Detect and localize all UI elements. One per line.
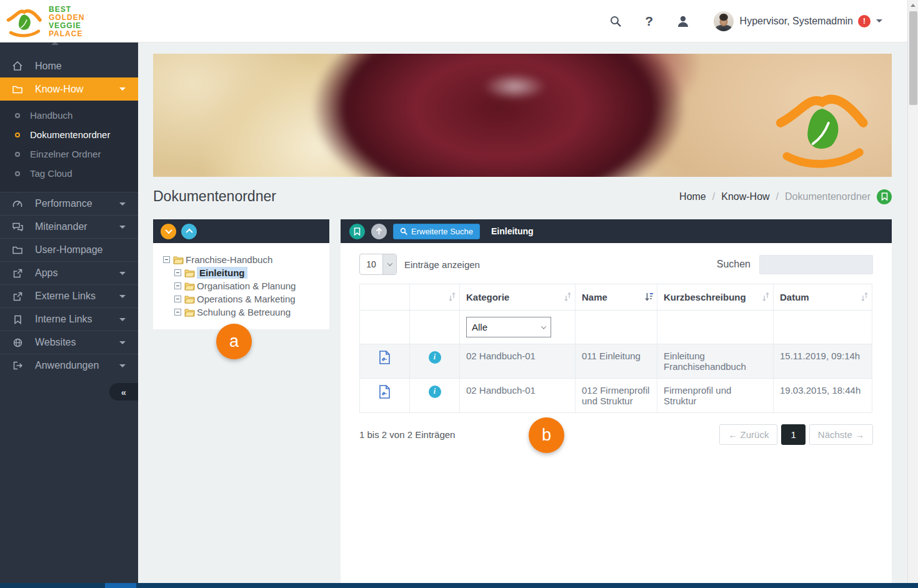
chevron-down-icon: [382, 254, 396, 274]
expand-all-button[interactable]: [181, 224, 197, 239]
scrollbar-up-button[interactable]: [908, 0, 918, 11]
column-kurzbeschreibung[interactable]: Kurzbeschreibung: [657, 284, 774, 311]
tree-node-organisation-planung[interactable]: Organisation & Planung: [174, 279, 323, 292]
sidebar-item-home[interactable]: Home: [0, 54, 138, 77]
banner-pagoda-leaf-logo: [775, 80, 870, 172]
kategorie-filter-value: Alle: [472, 322, 487, 332]
sidebar-item-user-hompage[interactable]: User-Hompage: [0, 238, 138, 261]
sidebar-item-label: Interne Links: [35, 314, 92, 325]
cell-name: 012 Firmenprofil und Struktur: [576, 379, 657, 413]
pdf-file-icon[interactable]: [379, 351, 391, 364]
table-row[interactable]: i 02 Handbuch-01 011 Einleitung Einleitu…: [360, 344, 872, 379]
column-name[interactable]: Name: [576, 284, 657, 311]
tree-node-root[interactable]: Franchise-Handbuch: [163, 253, 323, 266]
brand-line: VEGGIE: [49, 22, 84, 30]
sidebar-item-anwendungen[interactable]: Anwendungen: [0, 354, 138, 377]
vertical-scrollbar[interactable]: [907, 0, 918, 583]
sort-icon[interactable]: [564, 292, 571, 303]
next-page-button[interactable]: Nächste →: [809, 424, 873, 445]
table-row[interactable]: i 02 Handbuch-01 012 Firmenprofil und St…: [360, 379, 872, 413]
sidebar-item-websites[interactable]: Websites: [0, 331, 138, 354]
scrollbar-thumb[interactable]: [909, 11, 917, 105]
folder-up-button[interactable]: [371, 224, 387, 239]
breadcrumb-home[interactable]: Home: [679, 191, 706, 202]
sidebar-item-handbuch[interactable]: Handbuch: [0, 106, 138, 125]
user-avatar[interactable]: [714, 11, 734, 31]
collapse-node-icon[interactable]: [174, 296, 181, 302]
chevron-down-icon: [541, 324, 546, 329]
notification-badge[interactable]: !: [858, 15, 871, 27]
column-info[interactable]: [410, 284, 460, 311]
sidebar-item-tag-cloud[interactable]: Tag Cloud: [0, 164, 138, 183]
advanced-search-label: Erweiterte Suche: [411, 227, 473, 236]
page-length-select[interactable]: 10: [359, 254, 397, 275]
sidebar-item-interne-links[interactable]: Interne Links: [0, 307, 138, 331]
collapse-all-button[interactable]: [161, 224, 176, 239]
pdf-file-icon[interactable]: [379, 385, 391, 399]
sidebar-item-performance[interactable]: Performance: [0, 192, 138, 215]
folder-icon: [0, 246, 35, 254]
sidebar-item-apps[interactable]: Apps: [0, 261, 138, 284]
collapse-node-icon[interactable]: [174, 282, 181, 289]
collapse-node-icon[interactable]: [174, 309, 181, 316]
user-directory-icon[interactable]: [666, 9, 700, 34]
open-folder-icon: [184, 269, 195, 277]
collapse-node-icon[interactable]: [163, 256, 170, 263]
previous-page-button[interactable]: ← Zurück: [719, 424, 777, 445]
bookmark-folder-button[interactable]: [349, 224, 365, 239]
sort-icon[interactable]: [861, 292, 868, 303]
chevron-down-icon: [119, 341, 126, 344]
sidebar-item-label: User-Hompage: [35, 244, 102, 256]
user-menu-caret-icon[interactable]: [876, 19, 882, 22]
info-icon[interactable]: i: [429, 386, 441, 398]
sidebar-item-know-how[interactable]: Know-How: [0, 77, 138, 101]
bottom-bar-segment: [0, 583, 105, 588]
tree-node-label: Franchise-Handbuch: [186, 254, 272, 265]
help-icon[interactable]: ?: [632, 9, 666, 34]
sidebar-item-dokumentenordner[interactable]: Dokumentenordner: [0, 125, 138, 144]
tree-node-einleitung[interactable]: Einleitung: [174, 266, 323, 279]
tree-node-schulung-betreuung[interactable]: Schulung & Betreuung: [174, 306, 323, 319]
sort-icon[interactable]: [449, 292, 456, 303]
sidebar-item-label: Home: [35, 61, 62, 72]
open-folder-icon: [184, 295, 195, 304]
search-icon[interactable]: [599, 9, 632, 34]
column-kategorie[interactable]: Kategorie: [460, 284, 576, 311]
current-folder-title: Einleitung: [491, 226, 534, 236]
advanced-search-button[interactable]: Erweiterte Suche: [393, 224, 480, 239]
chevron-down-icon: [119, 272, 126, 275]
tree-node-label: Schulung & Betreuung: [197, 307, 291, 317]
sidebar-item-externe-links[interactable]: Externe Links: [0, 284, 138, 307]
page-number-button[interactable]: 1: [781, 424, 805, 445]
kategorie-filter-select[interactable]: Alle: [466, 317, 551, 337]
sidebar-item-miteinander[interactable]: Miteinander: [0, 215, 138, 238]
cell-kategorie: 02 Handbuch-01: [460, 379, 576, 413]
bookmark-icon: [0, 315, 35, 324]
brand-pagoda-leaf-icon: [6, 4, 42, 39]
documents-table: Kategorie Name Kurzbeschreibung: [359, 284, 872, 413]
brand-logo-block[interactable]: BEST GOLDEN VEGGIE PALACE: [0, 4, 84, 39]
table-search-input[interactable]: [759, 255, 873, 274]
sidebar-item-label: Einzelner Ordner: [30, 149, 101, 159]
folder-tree: Franchise-Handbuch Einleitung Organisati…: [153, 243, 329, 329]
sort-active-icon[interactable]: [645, 292, 653, 303]
user-name[interactable]: Hypervisor, Systemadmin: [740, 16, 853, 27]
collapse-node-icon[interactable]: [174, 269, 181, 276]
sort-icon[interactable]: [762, 292, 769, 303]
chevron-down-icon: [119, 226, 126, 229]
bookmark-page-button[interactable]: [877, 189, 892, 204]
bullet-icon: [15, 152, 20, 157]
know-how-submenu: Handbuch Dokumentenordner Einzelner Ordn…: [0, 101, 138, 192]
tree-node-operations-marketing[interactable]: Operations & Marketing: [174, 292, 323, 306]
home-icon: [0, 61, 35, 71]
folder-icon: [0, 85, 35, 94]
info-icon[interactable]: i: [429, 351, 441, 364]
chevron-down-icon: [119, 87, 126, 91]
folder-tree-panel: Franchise-Handbuch Einleitung Organisati…: [153, 219, 329, 329]
chevron-down-icon: [119, 202, 126, 206]
breadcrumb-know-how[interactable]: Know-How: [721, 191, 769, 202]
bottom-status-bar: [0, 583, 918, 588]
column-datum[interactable]: Datum: [774, 284, 872, 311]
sidebar-item-einzelner-ordner[interactable]: Einzelner Ordner: [0, 144, 138, 164]
sidebar-collapse-button[interactable]: «: [109, 383, 138, 401]
